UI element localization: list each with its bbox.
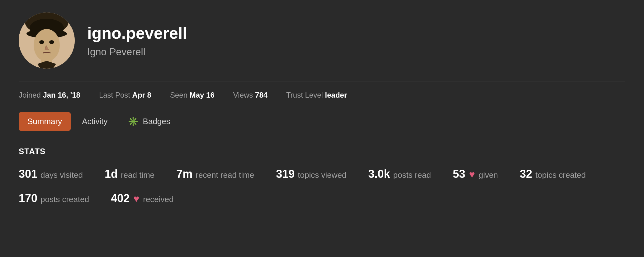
stat-recent-read-time-value: 7m [176,167,192,181]
stat-recent-read-time-label: recent read time [196,170,254,180]
meta-views-label: Views [233,91,253,99]
tabs-container: Summary Activity ✳️ Badges [19,112,625,131]
stat-topics-created-label: topics created [535,170,586,180]
meta-last-post-value: Apr 8 [132,91,151,99]
meta-views-value: 784 [255,91,268,99]
stat-read-time: 1d read time [105,167,154,181]
stat-likes-received: 402 ♥ received [111,192,173,205]
tab-activity[interactable]: Activity [73,112,116,131]
stats-section: STATS 301 days visited 1d read time 7m r… [19,147,625,205]
stats-title: STATS [19,147,625,156]
stats-row-2: 170 posts created 402 ♥ received [19,192,625,205]
badge-star-icon: ✳️ [128,116,139,127]
tab-badges-label: Badges [143,117,170,126]
meta-trust-level-value: leader [325,91,347,99]
tab-badges[interactable]: ✳️ Badges [119,112,179,131]
meta-seen-value: May 16 [190,91,215,99]
svg-point-6 [49,40,54,44]
stat-likes-received-value: 402 [111,192,130,205]
username: igno.peverell [87,24,187,42]
stat-likes-given-label: given [479,170,498,180]
stat-posts-read: 3.0k posts read [368,167,431,181]
stat-topics-created-value: 32 [520,167,532,181]
meta-bar: Joined Jan 16, '18 Last Post Apr 8 Seen … [19,91,625,99]
stat-topics-viewed-value: 319 [276,167,295,181]
profile-header: igno.peverell Igno Peverell [19,12,625,69]
meta-trust-level-label: Trust Level [286,91,323,99]
tab-summary[interactable]: Summary [19,112,71,131]
stat-likes-received-label: received [143,195,173,204]
meta-seen-label: Seen [170,91,187,99]
heart-given-icon: ♥ [469,169,475,180]
meta-last-post: Last Post Apr 8 [99,91,151,99]
stat-read-time-value: 1d [105,167,118,181]
meta-joined-value: Jan 16, '18 [43,91,80,99]
stat-topics-viewed-label: topics viewed [298,170,346,180]
stat-likes-given: 53 ♥ given [453,167,498,181]
stat-posts-created-label: posts created [40,195,89,204]
stat-posts-read-label: posts read [393,170,431,180]
heart-received-icon: ♥ [133,193,139,205]
meta-seen: Seen May 16 [170,91,215,99]
meta-joined: Joined Jan 16, '18 [19,91,80,99]
stat-topics-created: 32 topics created [520,167,586,181]
stat-posts-read-value: 3.0k [368,167,390,181]
stat-posts-created-value: 170 [19,192,37,205]
display-name: Igno Peverell [87,46,187,58]
stat-posts-created: 170 posts created [19,192,89,205]
stat-days-visited-value: 301 [19,167,37,181]
meta-last-post-label: Last Post [99,91,130,99]
meta-joined-label: Joined [19,91,41,99]
stats-row-1: 301 days visited 1d read time 7m recent … [19,167,625,181]
stat-likes-given-value: 53 [453,167,465,181]
meta-trust-level: Trust Level leader [286,91,347,99]
stat-days-visited: 301 days visited [19,167,83,181]
svg-point-4 [34,29,60,61]
stat-days-visited-label: days visited [40,170,83,180]
stat-read-time-label: read time [121,170,154,180]
header-divider [19,81,625,81]
stat-topics-viewed: 319 topics viewed [276,167,346,181]
meta-views: Views 784 [233,91,268,99]
avatar [19,12,75,69]
svg-point-5 [39,40,44,44]
stat-recent-read-time: 7m recent read time [176,167,254,181]
profile-info: igno.peverell Igno Peverell [87,24,187,58]
